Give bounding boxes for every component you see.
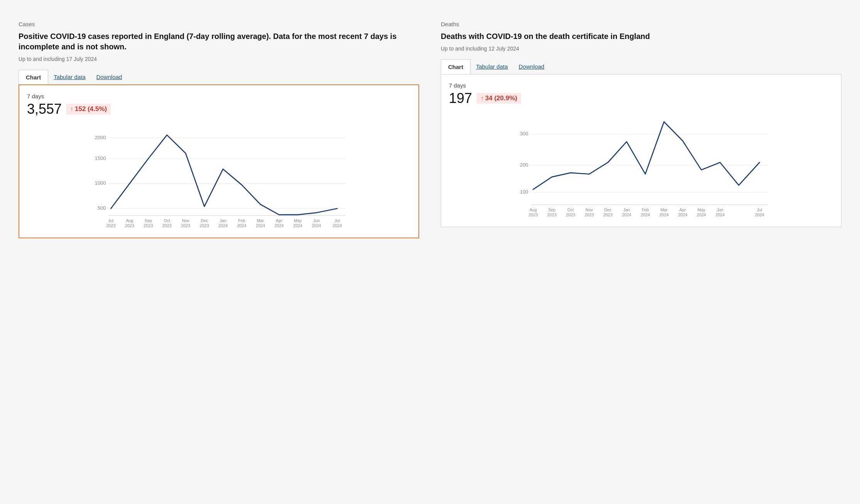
svg-text:Sep: Sep bbox=[548, 207, 555, 212]
cases-stat-period: 7 days bbox=[27, 93, 411, 99]
svg-text:2024: 2024 bbox=[641, 212, 650, 217]
page-container: Cases Positive COVID-19 cases reported i… bbox=[0, 0, 860, 504]
svg-text:Jan: Jan bbox=[623, 207, 630, 212]
svg-text:Aug: Aug bbox=[529, 207, 537, 212]
deaths-chart-area: 300 200 100 Aug 2023 bbox=[449, 113, 833, 221]
cases-stat-row: 3,557 ↑ 152 (4.5%) bbox=[27, 101, 411, 117]
cases-chart-container: 7 days 3,557 ↑ 152 (4.5%) 2000 1500 1000… bbox=[19, 84, 419, 238]
deaths-tab-download[interactable]: Download bbox=[513, 59, 550, 74]
svg-text:Aug: Aug bbox=[126, 218, 133, 223]
cases-subtitle: Up to and including 17 July 2024 bbox=[19, 56, 419, 62]
deaths-panel: Deaths Deaths with COVID-19 on the death… bbox=[430, 12, 852, 492]
svg-text:Mar: Mar bbox=[257, 218, 264, 223]
cases-tab-chart[interactable]: Chart bbox=[19, 70, 48, 84]
svg-text:Jun: Jun bbox=[313, 218, 320, 223]
svg-text:Feb: Feb bbox=[642, 207, 649, 212]
svg-text:1500: 1500 bbox=[95, 155, 106, 161]
svg-text:Dec: Dec bbox=[201, 218, 208, 223]
deaths-stat-row: 197 ↑ 34 (20.9%) bbox=[449, 90, 833, 106]
svg-text:Jul: Jul bbox=[335, 218, 340, 223]
deaths-tab-tabular[interactable]: Tabular data bbox=[470, 59, 513, 74]
svg-text:Nov: Nov bbox=[182, 218, 190, 223]
svg-text:2023: 2023 bbox=[106, 223, 116, 228]
svg-text:2024: 2024 bbox=[678, 212, 687, 217]
svg-text:2024: 2024 bbox=[237, 223, 246, 228]
cases-tab-tabular[interactable]: Tabular data bbox=[48, 70, 91, 84]
svg-text:2023: 2023 bbox=[529, 212, 538, 217]
svg-text:Apr: Apr bbox=[276, 218, 282, 223]
deaths-tab-chart[interactable]: Chart bbox=[441, 59, 470, 74]
deaths-title: Deaths with COVID-19 on the death certif… bbox=[441, 31, 841, 42]
svg-text:2024: 2024 bbox=[755, 212, 764, 217]
svg-text:Feb: Feb bbox=[238, 218, 245, 223]
svg-text:200: 200 bbox=[520, 162, 528, 168]
svg-text:May: May bbox=[697, 207, 705, 212]
svg-text:2023: 2023 bbox=[547, 212, 556, 217]
svg-text:Oct: Oct bbox=[164, 218, 170, 223]
svg-text:2024: 2024 bbox=[332, 223, 342, 228]
cases-stat-change: ↑ 152 (4.5%) bbox=[66, 104, 111, 115]
cases-section-label: Cases bbox=[19, 21, 419, 27]
deaths-chart-svg: 300 200 100 Aug 2023 bbox=[449, 113, 833, 221]
cases-arrow-up-icon: ↑ bbox=[70, 106, 73, 113]
svg-text:May: May bbox=[294, 218, 302, 223]
svg-text:Oct: Oct bbox=[567, 207, 574, 212]
cases-chart-svg: 2000 1500 1000 500 Jul 20 bbox=[27, 123, 411, 231]
svg-text:Apr: Apr bbox=[680, 207, 686, 212]
cases-chart-area: 2000 1500 1000 500 Jul 20 bbox=[27, 123, 411, 231]
svg-text:Dec: Dec bbox=[604, 207, 612, 212]
svg-text:2024: 2024 bbox=[218, 223, 228, 228]
deaths-subtitle: Up to and including 12 July 2024 bbox=[441, 46, 841, 52]
svg-text:2024: 2024 bbox=[275, 223, 284, 228]
svg-text:2024: 2024 bbox=[622, 212, 631, 217]
cases-panel: Cases Positive COVID-19 cases reported i… bbox=[8, 12, 430, 492]
svg-text:2024: 2024 bbox=[715, 212, 725, 217]
deaths-stat-period: 7 days bbox=[449, 82, 833, 89]
svg-text:2024: 2024 bbox=[256, 223, 265, 228]
svg-text:Mar: Mar bbox=[660, 207, 668, 212]
svg-text:2024: 2024 bbox=[697, 212, 706, 217]
svg-text:2023: 2023 bbox=[603, 212, 612, 217]
svg-text:Jul: Jul bbox=[757, 207, 762, 212]
svg-text:2024: 2024 bbox=[659, 212, 669, 217]
svg-text:2023: 2023 bbox=[181, 223, 190, 228]
cases-title: Positive COVID-19 cases reported in Engl… bbox=[19, 31, 419, 52]
svg-text:2024: 2024 bbox=[312, 223, 321, 228]
svg-text:Sep: Sep bbox=[145, 218, 152, 223]
svg-text:Jun: Jun bbox=[717, 207, 723, 212]
deaths-section-label: Deaths bbox=[441, 21, 841, 27]
svg-text:1000: 1000 bbox=[95, 180, 106, 186]
cases-tabs: Chart Tabular data Download bbox=[19, 70, 419, 84]
cases-change-value: 152 (4.5%) bbox=[75, 105, 107, 113]
svg-text:2023: 2023 bbox=[585, 212, 594, 217]
svg-text:2023: 2023 bbox=[162, 223, 172, 228]
cases-tab-download[interactable]: Download bbox=[91, 70, 128, 84]
svg-text:Jul: Jul bbox=[108, 218, 114, 223]
svg-text:2023: 2023 bbox=[200, 223, 209, 228]
deaths-chart-container: 7 days 197 ↑ 34 (20.9%) 300 200 100 bbox=[441, 74, 841, 227]
svg-text:2023: 2023 bbox=[125, 223, 134, 228]
cases-stat-value: 3,557 bbox=[27, 101, 62, 117]
deaths-stat-change: ↑ 34 (20.9%) bbox=[477, 93, 521, 104]
svg-text:2000: 2000 bbox=[95, 135, 106, 140]
deaths-stat-value: 197 bbox=[449, 90, 472, 106]
svg-text:2023: 2023 bbox=[566, 212, 575, 217]
svg-text:100: 100 bbox=[520, 189, 528, 195]
deaths-change-value: 34 (20.9%) bbox=[485, 94, 517, 102]
svg-text:2023: 2023 bbox=[143, 223, 153, 228]
svg-text:300: 300 bbox=[520, 131, 528, 137]
svg-text:500: 500 bbox=[98, 205, 106, 211]
svg-text:2024: 2024 bbox=[293, 223, 302, 228]
svg-text:Nov: Nov bbox=[585, 207, 593, 212]
svg-text:Jan: Jan bbox=[220, 218, 226, 223]
deaths-arrow-up-icon: ↑ bbox=[481, 95, 484, 102]
deaths-tabs: Chart Tabular data Download bbox=[441, 59, 841, 74]
